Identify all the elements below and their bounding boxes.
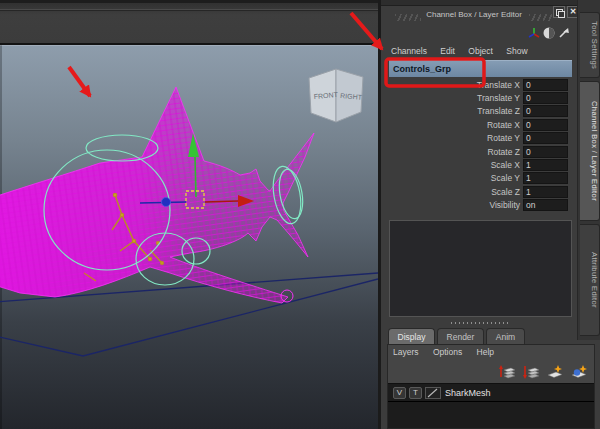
layer-visibility-toggle[interactable]: V	[393, 387, 406, 399]
channel-row: Scale X1	[389, 158, 572, 171]
viewport-3d[interactable]: FRONT RIGHT	[0, 45, 378, 429]
channel-row: Scale Z1	[389, 185, 572, 198]
channel-row: Translate Z0	[389, 105, 572, 118]
side-tab-channel-box[interactable]: Channel Box / Layer Editor	[580, 81, 600, 221]
channel-value-field[interactable]: 0	[523, 79, 568, 91]
channel-box-empty-area	[389, 220, 572, 317]
layer-row[interactable]: V T SharkMesh	[388, 384, 594, 402]
channel-box-title: Channel Box / Layer Editor	[421, 10, 527, 19]
shark-wire-overlay	[0, 87, 314, 303]
channel-row: Visibilityon	[389, 199, 572, 212]
channel-value-field[interactable]: 0	[523, 119, 568, 131]
sphere-shading-icon[interactable]	[542, 26, 556, 40]
side-tab-attribute-editor[interactable]: Attribute Editor	[580, 224, 600, 336]
menu-object[interactable]: Object	[468, 46, 493, 56]
channel-label: Translate Z	[389, 106, 523, 116]
channel-row: Translate Y0	[389, 91, 572, 104]
layer-editor-tabs: DisplayRenderAnim	[388, 328, 527, 345]
channel-row: Rotate Y0	[389, 132, 572, 145]
channel-row: Translate X0	[389, 78, 572, 91]
channel-label: Translate X	[389, 80, 523, 90]
splitter-grip-icon	[451, 322, 509, 324]
layer-editor-menubar: Layers Options Help	[388, 345, 594, 361]
channel-label: Translate Y	[389, 93, 523, 103]
layer-editor-body: Layers Options Help	[387, 344, 595, 429]
manipulator-axis-icon[interactable]	[527, 26, 541, 40]
viewport-scene: FRONT RIGHT	[0, 45, 378, 429]
channel-value-field[interactable]: 0	[523, 146, 568, 158]
tab-render[interactable]: Render	[437, 328, 484, 344]
channel-value-field[interactable]: 1	[523, 172, 568, 184]
menu-options[interactable]: Options	[433, 347, 462, 357]
channel-value-field[interactable]: on	[523, 199, 568, 211]
tab-display[interactable]: Display	[388, 328, 435, 344]
drag-grip-icon[interactable]	[529, 14, 553, 21]
side-tab-strip: Tool Settings Channel Box / Layer Editor…	[577, 0, 600, 340]
right-panel: Channel Box / Layer Editor ✕ Channels Ed…	[381, 0, 600, 429]
view-cube[interactable]: FRONT RIGHT	[309, 69, 363, 122]
channel-row: Rotate Z0	[389, 145, 572, 158]
channel-label: Scale X	[389, 160, 523, 170]
menu-channels[interactable]: Channels	[391, 46, 427, 56]
drag-grip-icon[interactable]	[395, 14, 421, 21]
menu-edit[interactable]: Edit	[440, 46, 455, 56]
shark-wireframe-mesh[interactable]	[0, 75, 320, 375]
new-empty-layer-icon[interactable]	[546, 364, 564, 380]
new-layer-assign-selected-icon[interactable]	[570, 364, 588, 380]
move-layer-down-icon[interactable]	[522, 364, 540, 380]
channel-label: Rotate Y	[389, 133, 523, 143]
toolbar-seam	[0, 9, 378, 10]
channel-value-field[interactable]: 0	[523, 105, 568, 117]
channel-label: Scale Y	[389, 173, 523, 183]
channel-row: Rotate X0	[389, 118, 572, 131]
main-toolbar	[0, 0, 378, 45]
channel-box-menubar: Channels Edit Object Show	[391, 46, 539, 59]
layer-editor-icon-row	[388, 361, 594, 383]
dock-window-icon[interactable]	[553, 6, 565, 18]
tab-anim[interactable]: Anim	[486, 328, 525, 344]
channel-box-icon-row	[381, 26, 578, 42]
layer-list: V T SharkMesh	[388, 383, 594, 428]
move-layer-up-icon[interactable]	[498, 364, 516, 380]
channel-label: Scale Z	[389, 187, 523, 197]
layer-color-swatch[interactable]	[425, 387, 441, 399]
select-arrow-icon[interactable]	[557, 26, 571, 40]
dock-glyph	[558, 11, 565, 18]
channel-list: Translate X0 Translate Y0 Translate Z0 R…	[389, 78, 572, 212]
layer-template-toggle[interactable]: T	[409, 387, 422, 399]
axis-y-line	[195, 157, 196, 197]
side-tab-tool-settings[interactable]: Tool Settings	[580, 12, 600, 78]
channel-label: Visibility	[389, 200, 523, 210]
axis-x-line	[205, 201, 238, 202]
channel-label: Rotate Z	[389, 147, 523, 157]
channel-label: Rotate X	[389, 120, 523, 130]
selected-object-bar[interactable]: Controls_Grp	[389, 60, 572, 77]
layer-name[interactable]: SharkMesh	[444, 388, 491, 398]
menu-layers[interactable]: Layers	[393, 347, 419, 357]
menu-show[interactable]: Show	[506, 46, 527, 56]
channel-row: Scale Y1	[389, 172, 572, 185]
channel-box-header: Channel Box / Layer Editor	[381, 7, 578, 25]
channel-value-field[interactable]: 1	[523, 186, 568, 198]
channel-value-field[interactable]: 1	[523, 159, 568, 171]
channel-value-field[interactable]: 0	[523, 92, 568, 104]
axis-z-handle[interactable]	[162, 198, 171, 207]
channel-value-field[interactable]: 0	[523, 132, 568, 144]
menu-help[interactable]: Help	[477, 347, 494, 357]
panel-splitter[interactable]	[381, 318, 578, 327]
